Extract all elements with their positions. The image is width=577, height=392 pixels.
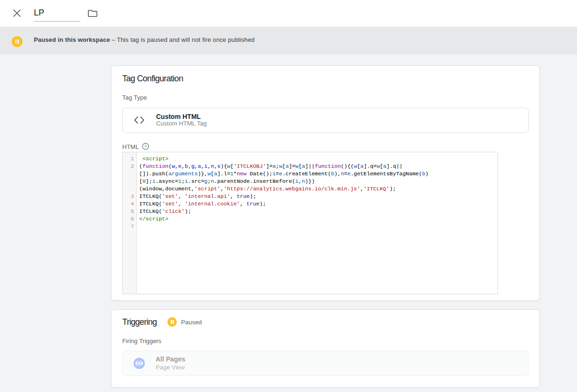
svg-text:?: ? [144,144,147,149]
